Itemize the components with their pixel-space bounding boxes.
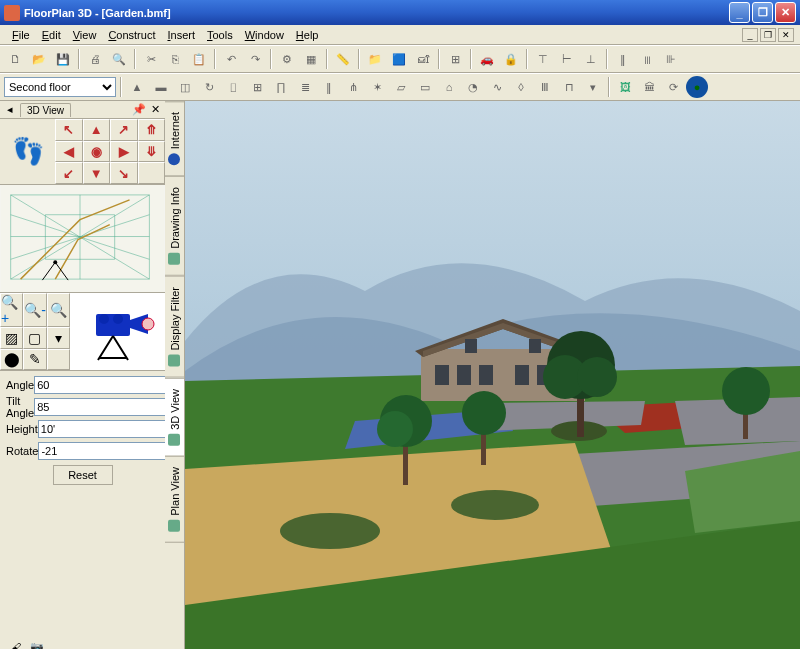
distribute1-icon[interactable]: ‖ — [612, 48, 634, 70]
paste-button[interactable]: 📋 — [188, 48, 210, 70]
zoom-out-icon[interactable]: 🔍- — [23, 293, 47, 327]
pushpin-icon[interactable]: 📌 — [133, 104, 145, 116]
collapse-left-icon[interactable]: ◂ — [4, 104, 16, 116]
mdi-minimize-button[interactable]: _ — [742, 28, 758, 42]
pointer-icon[interactable]: ▲ — [126, 76, 148, 98]
3d-viewport[interactable] — [185, 101, 800, 649]
menu-view[interactable]: View — [67, 27, 103, 43]
new-button[interactable]: 🗋 — [4, 48, 26, 70]
mdi-close-button[interactable]: ✕ — [778, 28, 794, 42]
tab-drawing-info[interactable]: Drawing Info — [165, 176, 184, 276]
reset-button[interactable]: Reset — [53, 465, 113, 485]
floor-select[interactable]: Second floor — [4, 77, 116, 97]
nav-down-icon[interactable]: ▼ — [83, 162, 111, 184]
orbit-icon[interactable]: ✎ — [23, 349, 47, 371]
car-icon[interactable]: 🚗 — [476, 48, 498, 70]
height-input[interactable] — [38, 420, 182, 438]
tab-display-filter[interactable]: Display Filter — [165, 276, 184, 378]
rotate-input[interactable] — [38, 442, 182, 460]
distribute2-icon[interactable]: ⫼ — [636, 48, 658, 70]
lock-icon[interactable]: 🔒 — [500, 48, 522, 70]
folder-icon[interactable]: 📁 — [364, 48, 386, 70]
path-icon[interactable]: ∿ — [486, 76, 508, 98]
wall-icon[interactable]: ▬ — [150, 76, 172, 98]
panel-close-icon[interactable]: ✕ — [149, 104, 161, 116]
minimize-button[interactable]: _ — [729, 2, 750, 23]
minimap[interactable] — [0, 185, 165, 293]
nav-up-icon[interactable]: ▲ — [83, 119, 111, 141]
nav-down-left-icon[interactable]: ↙ — [55, 162, 83, 184]
preview-button[interactable]: 🔍 — [108, 48, 130, 70]
grid-icon[interactable]: ▦ — [300, 48, 322, 70]
fence-icon[interactable]: Ⅲ — [534, 76, 556, 98]
copy-button[interactable]: ⎘ — [164, 48, 186, 70]
nav-extra-icon[interactable] — [138, 162, 166, 184]
menu-help[interactable]: Help — [290, 27, 325, 43]
nav-down-right-icon[interactable]: ↘ — [110, 162, 138, 184]
nav-lower-icon[interactable]: ⤋ — [138, 141, 166, 163]
save-button[interactable]: 💾 — [52, 48, 74, 70]
more-icon[interactable]: ▾ — [582, 76, 604, 98]
menu-file[interactable]: File — [6, 27, 36, 43]
nav-up-left-icon[interactable]: ↖ — [55, 119, 83, 141]
camera-icon[interactable]: 📷 — [28, 638, 46, 649]
rect-icon[interactable]: ▭ — [414, 76, 436, 98]
mdi-restore-button[interactable]: ❐ — [760, 28, 776, 42]
print-button[interactable]: 🖨 — [84, 48, 106, 70]
nav-up-right-icon[interactable]: ↗ — [110, 119, 138, 141]
grid2-icon[interactable]: ⊞ — [444, 48, 466, 70]
menu-insert[interactable]: Insert — [161, 27, 201, 43]
tilt-input[interactable] — [34, 398, 178, 416]
align-top-icon[interactable]: ⊤ — [532, 48, 554, 70]
cut-button[interactable]: ✂ — [140, 48, 162, 70]
spray-icon[interactable]: 🖌 — [6, 638, 24, 649]
nav-raise-icon[interactable]: ⤊ — [138, 119, 166, 141]
settings-icon[interactable]: ⚙ — [276, 48, 298, 70]
align-mid-icon[interactable]: ⊢ — [556, 48, 578, 70]
wireframe-icon[interactable]: ▢ — [23, 327, 47, 349]
dropdown-icon[interactable]: ▾ — [47, 327, 70, 349]
area-icon[interactable]: ◊ — [510, 76, 532, 98]
walk-icon[interactable]: ⬤ — [0, 349, 23, 371]
nav-right-icon[interactable]: ▶ — [110, 141, 138, 163]
rotate-icon[interactable]: ↻ — [198, 76, 220, 98]
door-icon[interactable]: ⌷ — [222, 76, 244, 98]
align-bot-icon[interactable]: ⊥ — [580, 48, 602, 70]
nav-home-icon[interactable]: ◉ — [83, 141, 111, 163]
landmark-icon[interactable]: 🏛 — [638, 76, 660, 98]
furniture-icon[interactable]: 🛋 — [412, 48, 434, 70]
globe-icon[interactable]: ● — [686, 76, 708, 98]
tab-3d-view[interactable]: 3D View — [165, 378, 184, 457]
gate2-icon[interactable]: ⊓ — [558, 76, 580, 98]
distribute3-icon[interactable]: ⊪ — [660, 48, 682, 70]
tab-plan-view[interactable]: Plan View — [165, 456, 184, 543]
picture-icon[interactable]: 🖼 — [614, 76, 636, 98]
menu-construct[interactable]: Construct — [102, 27, 161, 43]
menu-tools[interactable]: Tools — [201, 27, 239, 43]
open-button[interactable]: 📂 — [28, 48, 50, 70]
zoom-fit-icon[interactable]: 🔍 — [47, 293, 70, 327]
render-cube-icon[interactable]: ▨ — [0, 327, 23, 349]
room-icon[interactable]: ◫ — [174, 76, 196, 98]
undo-button[interactable]: ↶ — [220, 48, 242, 70]
stairs-icon[interactable]: ≣ — [294, 76, 316, 98]
nav-left-icon[interactable]: ◀ — [55, 141, 83, 163]
angle-input[interactable] — [34, 376, 178, 394]
tab-internet[interactable]: Internet — [165, 101, 184, 176]
gate-icon[interactable]: ∏ — [270, 76, 292, 98]
zoom-in-icon[interactable]: 🔍+ — [0, 293, 23, 327]
roof-icon[interactable]: ⌂ — [438, 76, 460, 98]
panel-tab-3dview[interactable]: 3D View — [20, 103, 71, 117]
object-icon[interactable]: 🟦 — [388, 48, 410, 70]
close-button[interactable]: ✕ — [775, 2, 796, 23]
panorama-icon[interactable]: ⟳ — [662, 76, 684, 98]
tree-icon[interactable]: ✶ — [366, 76, 388, 98]
person-icon[interactable]: ⋔ — [342, 76, 364, 98]
terrain-icon[interactable]: ◔ — [462, 76, 484, 98]
slab-icon[interactable]: ▱ — [390, 76, 412, 98]
column-icon[interactable]: ‖ — [318, 76, 340, 98]
redo-button[interactable]: ↷ — [244, 48, 266, 70]
menu-window[interactable]: Window — [239, 27, 290, 43]
window-icon[interactable]: ⊞ — [246, 76, 268, 98]
menu-edit[interactable]: Edit — [36, 27, 67, 43]
